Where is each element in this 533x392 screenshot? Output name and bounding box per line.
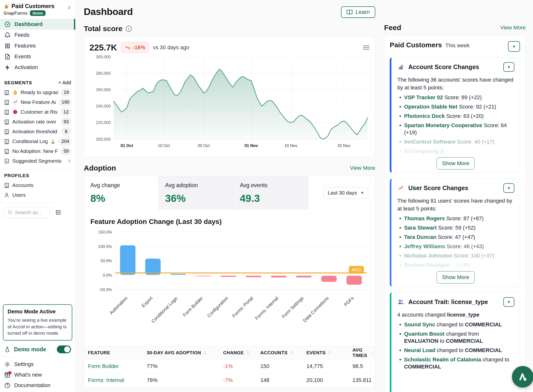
tab-avg-adoption[interactable]: Avg adoption 36%: [159, 176, 233, 209]
bar-chart-icon: [397, 64, 404, 71]
feed-view-more-link[interactable]: View More: [500, 24, 526, 31]
bar-form-builder[interactable]: [195, 276, 211, 276]
search-icon: [7, 210, 13, 215]
user-link[interactable]: Sara Stewart: [404, 225, 437, 231]
bar-configuration[interactable]: [221, 276, 236, 277]
suggested-segments[interactable]: Suggested Segments: [0, 156, 75, 166]
account-link[interactable]: Scholastic Realm of Catalonia: [404, 356, 481, 363]
feature-link[interactable]: Form Builder: [88, 363, 147, 369]
bar-conditional-logic[interactable]: [170, 274, 186, 275]
account-link[interactable]: Operation Stable Net: [404, 104, 458, 110]
show-more-button[interactable]: Show More: [436, 157, 474, 170]
tab-avg-events[interactable]: Avg events 49.3: [233, 176, 308, 209]
accoil-chat-fab[interactable]: [512, 366, 533, 388]
bar-pdfs[interactable]: [346, 276, 362, 285]
feed-card-title: Account Score Changes: [408, 63, 479, 71]
sidebar-item-events[interactable]: Events: [0, 51, 75, 62]
cell-adoption: 77%: [147, 363, 223, 369]
search-box[interactable]: [4, 207, 50, 218]
sidebar-item-activation[interactable]: Activation: [0, 62, 75, 73]
footer-label: Settings: [14, 361, 34, 368]
sort-icon[interactable]: [328, 350, 331, 355]
segment-count: 19: [61, 88, 72, 97]
segment-count: 93: [61, 118, 72, 126]
segment-item[interactable]: New Feature Ad... 190: [0, 97, 75, 107]
account-link[interactable]: Quantum Boost: [404, 331, 445, 337]
feed-dropdown-button[interactable]: ▼: [508, 41, 520, 52]
collapse-sidebar-icon[interactable]: [55, 209, 62, 216]
nav-label: Dashboard: [14, 21, 43, 27]
chart-menu-icon[interactable]: [362, 44, 370, 51]
user-link[interactable]: Rachael Rodrigue: [404, 262, 450, 268]
column-avg-times[interactable]: AVG TIMES: [352, 347, 373, 358]
account-link[interactable]: Photonics Dock: [404, 113, 445, 119]
sidebar-item-settings[interactable]: Settings: [0, 359, 75, 369]
sort-icon[interactable]: [290, 350, 293, 355]
info-icon[interactable]: i: [126, 26, 132, 32]
cell-avg-times: 135.811: [352, 377, 372, 383]
sidebar-item-features[interactable]: Features: [0, 40, 75, 51]
question-icon: [4, 382, 11, 389]
feature-link[interactable]: Forms: Internal: [88, 377, 147, 383]
sort-icon[interactable]: [246, 350, 250, 355]
sort-icon[interactable]: [203, 350, 207, 355]
show-more-button[interactable]: Show More: [436, 271, 474, 283]
learn-button[interactable]: Learn: [341, 6, 375, 18]
building-icon: [4, 129, 10, 135]
account-link[interactable]: VSP Tracker 02: [404, 94, 443, 100]
user-link[interactable]: Jeffrey Williams: [404, 243, 445, 249]
segment-label: Activation rate over ...: [12, 119, 58, 125]
bar-forms-internal[interactable]: [271, 276, 286, 277]
account-link[interactable]: Sound Sync: [404, 321, 435, 328]
bar-forms-portal[interactable]: [246, 276, 261, 277]
segment-item[interactable]: Customer at Risk 12: [0, 107, 75, 117]
card-dropdown-button[interactable]: ▼: [503, 62, 514, 72]
demo-mode-toggle[interactable]: [57, 345, 71, 353]
sidebar-item-users[interactable]: Users: [0, 190, 75, 200]
segment-item[interactable]: Activation threshold ... 8: [0, 127, 75, 136]
account-link[interactable]: InnControl Software: [404, 139, 456, 145]
segment-item[interactable]: No Adoption: New F... 59: [0, 146, 75, 156]
account-link[interactable]: Neural Load: [404, 347, 435, 353]
search-input[interactable]: [15, 209, 42, 215]
sidebar-item-documentation[interactable]: Documentation: [0, 380, 75, 391]
card-dropdown-button[interactable]: ▼: [503, 183, 514, 193]
tab-avg-change[interactable]: Avg change 8%: [84, 176, 159, 209]
x-tick-label: 10 Oct: [158, 143, 170, 148]
segment-item[interactable]: Ready to upgrade 19: [0, 87, 75, 97]
adoption-view-more-link[interactable]: View More: [350, 165, 375, 171]
accoil-logo-icon: [517, 371, 529, 383]
date-range-select[interactable]: Last 30 days ▼: [324, 187, 368, 198]
suggested-segments-label: Suggested Segments: [12, 158, 61, 164]
card-dropdown-button[interactable]: ▼: [503, 297, 514, 307]
bar-form-settings[interactable]: [296, 276, 312, 277]
chevron-right-icon: [67, 159, 72, 163]
column-feature[interactable]: FEATURE: [88, 350, 147, 355]
segment-count: 8: [61, 127, 72, 136]
sidebar-item-whats-new[interactable]: What's new: [0, 369, 75, 380]
user-link[interactable]: Nicholas Johnston: [404, 253, 452, 259]
account-link[interactable]: Spartan Monetary Cooperative: [404, 122, 482, 128]
sidebar-item-accounts[interactable]: Accounts: [0, 180, 75, 190]
segment-item[interactable]: Activation rate over ... 93: [0, 117, 75, 127]
bar-automation[interactable]: [120, 245, 135, 275]
x-category-label: Conditional Logic: [150, 295, 179, 324]
user-link[interactable]: Thomas Rogers: [404, 215, 445, 221]
feed-bullet: Jeffrey Williams Score: 46 (+43): [399, 243, 514, 250]
sidebar-item-feeds[interactable]: Feeds: [0, 30, 75, 40]
segment-count: 12: [60, 108, 72, 116]
workspace-switcher[interactable]: $ Paid Customers SnapForms Demo: [0, 0, 75, 17]
add-segment-button[interactable]: + Add: [58, 80, 71, 86]
user-link[interactable]: Tara Duncan: [404, 234, 436, 240]
bar-data-connetions[interactable]: [321, 276, 337, 282]
chevron-right-icon[interactable]: [66, 5, 72, 10]
column-adoption[interactable]: 30-DAY AVG ADOPTION: [147, 350, 223, 355]
account-link[interactable]: In Computing S: [404, 148, 444, 154]
bar-export[interactable]: [145, 258, 161, 275]
sort-icon[interactable]: [371, 350, 373, 355]
column-events[interactable]: EVENTS: [306, 350, 352, 355]
sidebar-item-dashboard[interactable]: Dashboard: [0, 19, 75, 30]
segment-item[interactable]: Conditional Logic 204: [0, 136, 75, 146]
column-accounts[interactable]: ACCOUNTS: [260, 350, 306, 355]
column-change[interactable]: CHANGE: [223, 350, 260, 355]
